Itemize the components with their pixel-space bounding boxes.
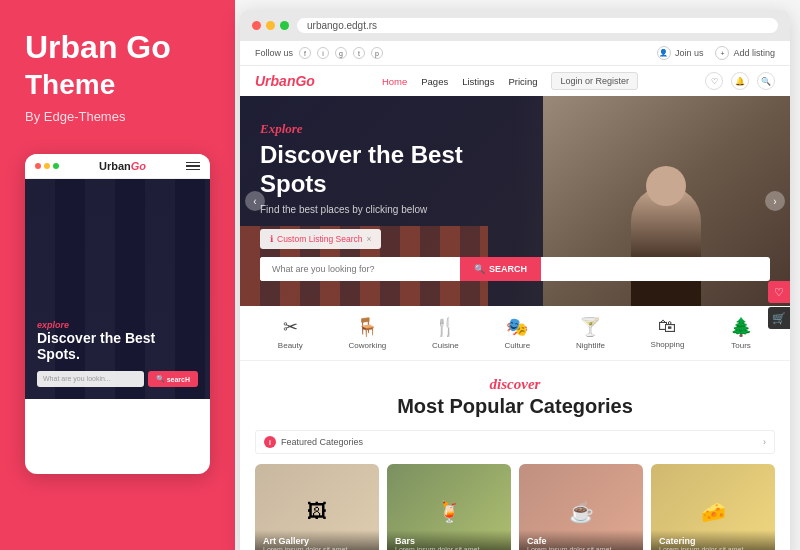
nightlife-icon: 🍸 [579,316,601,338]
hero-section: ‹ Explore Discover the BestSpots Find th… [240,96,790,306]
mobile-hero-background [25,179,210,399]
hero-content: Explore Discover the BestSpots Find the … [240,101,790,302]
browser-url-bar[interactable]: urbango.edgt.rs [297,18,778,33]
float-cart-button[interactable]: 🛒 [768,307,790,329]
add-icon: + [715,46,729,60]
hero-title: Discover the BestSpots [260,141,770,199]
cat-card-overlay: Art Gallery Lorem ipsum dolor sit amet [255,530,379,550]
category-shopping[interactable]: 🛍 Shopping [651,316,685,350]
featured-bar-left: i Featured Categories [264,436,363,448]
nav-listings[interactable]: Listings [462,76,494,87]
nav-icon-group: ♡ 🔔 🔍 [705,72,775,90]
coworking-label: Coworking [348,341,386,350]
nav-pricing[interactable]: Pricing [508,76,537,87]
cuisine-label: Cuisine [432,341,459,350]
culture-label: Culture [504,341,530,350]
cafe-desc: Lorem ipsum dolor sit amet [527,546,635,550]
section-title: Most Popular Categories [397,395,633,418]
brand-subtitle: Theme [25,69,115,101]
left-panel: Urban Go Theme By Edge-Themes UrbanGo ex… [0,0,235,550]
join-us-link[interactable]: 👤 Join us [657,46,704,60]
hero-subtitle: Find the best places by clicking below [260,204,770,215]
nav-links: Home Pages Listings Pricing Login or Reg… [382,72,638,90]
close-dot[interactable] [252,21,261,30]
brand-title: Urban Go [25,30,171,65]
nav-pages[interactable]: Pages [421,76,448,87]
cat-card-overlay: Bars Lorem ipsum dolor sit amet [387,530,511,550]
category-culture[interactable]: 🎭 Culture [504,316,530,350]
top-bar-right: 👤 Join us + Add listing [657,46,775,60]
nav-home[interactable]: Home [382,76,407,87]
mobile-hero: explore Discover the Best Spots. What ar… [25,179,210,399]
main-nav: UrbanGo Home Pages Listings Pricing Logi… [240,66,790,96]
category-card-catering[interactable]: 🧀 Catering Lorem ipsum dolor sit amet [651,464,775,550]
category-card-art-gallery[interactable]: 🖼 Art Gallery Lorem ipsum dolor sit amet [255,464,379,550]
twitter-icon[interactable]: t [353,47,365,59]
cuisine-icon: 🍴 [434,316,456,338]
category-card-cafe[interactable]: ☕ Cafe Lorem ipsum dolor sit amet [519,464,643,550]
category-cuisine[interactable]: 🍴 Cuisine [432,316,459,350]
mobile-top-bar: UrbanGo [25,154,210,179]
category-beauty[interactable]: ✂ Beauty [278,316,303,350]
art-gallery-name: Art Gallery [263,536,371,546]
catering-name: Catering [659,536,767,546]
category-card-bars[interactable]: 🍹 Bars Lorem ipsum dolor sit amet [387,464,511,550]
bars-desc: Lorem ipsum dolor sit amet [395,546,503,550]
cat-card-overlay: Catering Lorem ipsum dolor sit amet [651,530,775,550]
facebook-icon[interactable]: f [299,47,311,59]
category-tours[interactable]: 🌲 Tours [730,316,752,350]
minimize-dot[interactable] [266,21,275,30]
pinterest-icon[interactable]: p [371,47,383,59]
site-logo: UrbanGo [255,73,315,89]
search-magnifier-icon: 🔍 [474,264,485,274]
instagram-icon[interactable]: i [317,47,329,59]
tours-icon: 🌲 [730,316,752,338]
notifications-icon[interactable]: 🔔 [731,72,749,90]
close-x-icon: × [367,234,372,244]
category-icons-row: ✂ Beauty 🪑 Coworking 🍴 Cuisine 🎭 Culture… [240,306,790,361]
logo-styled: Go [295,73,314,89]
custom-listing-button[interactable]: ℹ Custom Listing Search × [260,229,381,249]
logo-text: Urban [255,73,295,89]
mobile-preview: UrbanGo explore Discover the Best Spots.… [25,154,210,474]
section-header: discover Most Popular Categories [255,376,775,430]
featured-info-icon: i [264,436,276,448]
google-icon[interactable]: g [335,47,347,59]
mobile-logo: UrbanGo [99,160,146,172]
mobile-search-icon: 🔍 [156,375,165,383]
browser-traffic-lights [252,21,289,30]
follow-label: Follow us [255,48,293,58]
add-listing-link[interactable]: + Add listing [715,46,775,60]
hero-prev-arrow[interactable]: ‹ [245,191,265,211]
category-nightlife[interactable]: 🍸 Nightlife [576,316,605,350]
site-content: Follow us f i g t p 👤 Join us + Add list… [240,41,790,550]
discover-label: discover [490,376,541,393]
featured-arrow-icon: › [763,437,766,447]
browser-chrome: urbango.edgt.rs [240,10,790,41]
category-grid: 🖼 Art Gallery Lorem ipsum dolor sit amet… [255,464,775,550]
mobile-search-button[interactable]: 🔍 searcH [148,371,198,387]
maximize-dot[interactable] [280,21,289,30]
mobile-browser-dots [35,163,59,169]
featured-label: Featured Categories [281,437,363,447]
shopping-icon: 🛍 [658,316,676,337]
hero-search-input[interactable] [260,257,460,281]
catering-desc: Lorem ipsum dolor sit amet [659,546,767,550]
shopping-label: Shopping [651,340,685,349]
popular-section: discover Most Popular Categories i Featu… [240,361,790,550]
mobile-explore-label: explore [37,320,198,330]
bars-name: Bars [395,536,503,546]
hero-search-button[interactable]: 🔍 SEARCH [460,257,541,281]
mobile-search-bar: What are you lookin... 🔍 searcH [37,371,198,387]
hero-next-arrow[interactable]: › [765,191,785,211]
category-coworking[interactable]: 🪑 Coworking [348,316,386,350]
coworking-icon: 🪑 [356,316,378,338]
mobile-search-input[interactable]: What are you lookin... [37,371,144,387]
mobile-hamburger-icon[interactable] [186,162,200,171]
cat-card-overlay: Cafe Lorem ipsum dolor sit amet [519,530,643,550]
login-button[interactable]: Login or Register [551,72,638,90]
search-icon[interactable]: 🔍 [757,72,775,90]
wishlist-icon[interactable]: ♡ [705,72,723,90]
culture-icon: 🎭 [506,316,528,338]
browser-window: urbango.edgt.rs Follow us f i g t p 👤 Jo… [240,10,790,550]
